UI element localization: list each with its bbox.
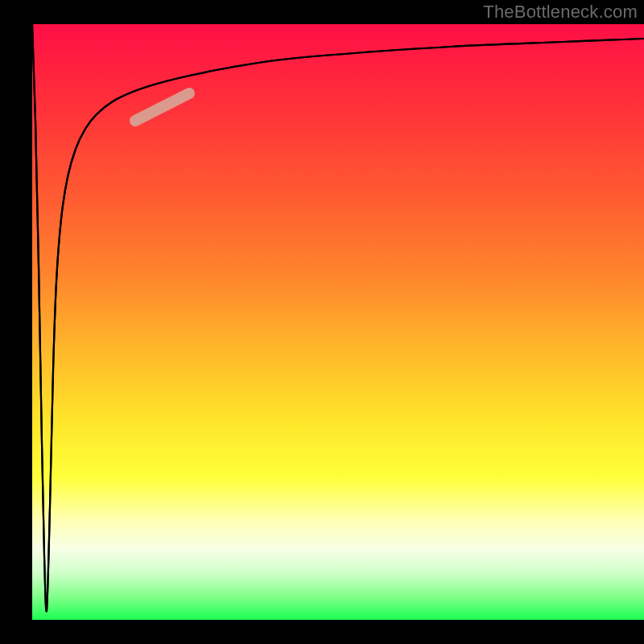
bottleneck-curve-overlay [32, 24, 644, 611]
highlight-segment [135, 93, 189, 121]
watermark-text: TheBottleneck.com [483, 2, 638, 23]
chart-stage: TheBottleneck.com [0, 0, 644, 644]
plot-area [32, 24, 644, 620]
bottleneck-curve [32, 24, 644, 611]
curve-svg [32, 24, 644, 620]
